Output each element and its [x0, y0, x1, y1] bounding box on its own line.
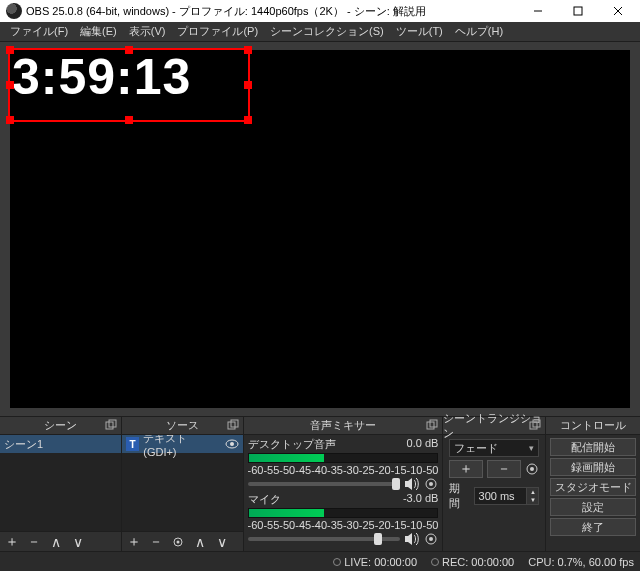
add-scene-button[interactable]: ＋ [2, 533, 22, 551]
studio-mode-button[interactable]: スタジオモード [550, 478, 636, 496]
minimize-button[interactable] [518, 0, 558, 22]
resize-handle[interactable] [125, 46, 133, 54]
live-dot-icon [333, 558, 341, 566]
duration-spinner[interactable]: 300 ms ▲▼ [474, 487, 540, 505]
popout-icon[interactable] [529, 419, 543, 433]
controls-panel: コントロール 配信開始 録画開始 スタジオモード 設定 終了 [546, 417, 640, 551]
maximize-button[interactable] [558, 0, 598, 22]
scene-label: シーン1 [4, 437, 43, 452]
popout-icon[interactable] [105, 419, 119, 433]
svg-point-11 [176, 540, 179, 543]
duration-label: 期間 [449, 481, 469, 511]
preview-area[interactable]: 3:59:13 [0, 42, 640, 416]
source-label: テキスト (GDI+) [143, 435, 220, 458]
volume-slider[interactable] [248, 537, 401, 541]
channel-db: -3.0 dB [403, 492, 438, 507]
svg-point-15 [429, 482, 433, 486]
menu-help[interactable]: ヘルプ(H) [449, 22, 509, 41]
transition-settings-icon[interactable] [525, 462, 539, 476]
scene-down-button[interactable]: ∨ [68, 533, 88, 551]
preview-canvas[interactable]: 3:59:13 [10, 50, 630, 408]
spin-up-icon[interactable]: ▲ [526, 488, 538, 496]
channel-settings-icon[interactable] [424, 532, 438, 546]
remove-transition-button[interactable]: － [487, 460, 521, 478]
meter-scale: -60-55-50-45-40-35-30-25-20-15-10-50 [248, 519, 439, 531]
volume-meter [248, 508, 439, 518]
slider-knob[interactable] [374, 533, 382, 545]
selected-source-box[interactable]: 3:59:13 [8, 48, 250, 122]
scenes-panel: シーン シーン1 ＋ － ∧ ∨ [0, 417, 122, 551]
remove-source-button[interactable]: － [146, 533, 166, 551]
scenes-title: シーン [44, 418, 77, 433]
timer-text-source[interactable]: 3:59:13 [10, 50, 248, 104]
mixer-channel: マイク-3.0 dB -60-55-50-45-40-35-30-25-20-1… [248, 492, 439, 546]
speaker-icon[interactable] [404, 477, 420, 491]
sources-panel: ソース T テキスト (GDI+) ＋ － ∧ ∨ [122, 417, 244, 551]
resize-handle[interactable] [6, 46, 14, 54]
channel-settings-icon[interactable] [424, 477, 438, 491]
svg-point-21 [530, 467, 534, 471]
window-title: OBS 25.0.8 (64-bit, windows) - プロファイル: 1… [26, 4, 518, 19]
volume-slider[interactable] [248, 482, 401, 486]
source-item[interactable]: T テキスト (GDI+) [122, 435, 243, 453]
window-titlebar: OBS 25.0.8 (64-bit, windows) - プロファイル: 1… [0, 0, 640, 22]
slider-knob[interactable] [392, 478, 400, 490]
close-button[interactable] [598, 0, 638, 22]
cpu-status: CPU: 0.7%, 60.00 fps [528, 556, 634, 568]
menu-bar: ファイル(F) 編集(E) 表示(V) プロファイル(P) シーンコレクション(… [0, 22, 640, 42]
text-source-icon: T [126, 437, 139, 451]
popout-icon[interactable] [227, 419, 241, 433]
controls-title: コントロール [560, 418, 626, 433]
resize-handle[interactable] [244, 81, 252, 89]
start-recording-button[interactable]: 録画開始 [550, 458, 636, 476]
meter-scale: -60-55-50-45-40-35-30-25-20-15-10-50 [248, 464, 439, 476]
resize-handle[interactable] [244, 46, 252, 54]
menu-edit[interactable]: 編集(E) [74, 22, 123, 41]
resize-handle[interactable] [6, 81, 14, 89]
spin-down-icon[interactable]: ▼ [526, 496, 538, 504]
transitions-panel: シーントランジション フェード ＋ － 期間 300 ms ▲▼ [443, 417, 546, 551]
channel-name: デスクトップ音声 [248, 437, 336, 452]
mixer-channel: デスクトップ音声0.0 dB -60-55-50-45-40-35-30-25-… [248, 437, 439, 491]
scene-up-button[interactable]: ∧ [46, 533, 66, 551]
transition-select[interactable]: フェード [449, 439, 539, 457]
channel-name: マイク [248, 492, 281, 507]
scene-item[interactable]: シーン1 [0, 435, 121, 453]
source-down-button[interactable]: ∨ [212, 533, 232, 551]
remove-scene-button[interactable]: － [24, 533, 44, 551]
sources-title: ソース [166, 418, 199, 433]
transition-selected: フェード [454, 441, 498, 456]
resize-handle[interactable] [244, 116, 252, 124]
channel-db: 0.0 dB [407, 437, 439, 452]
svg-point-17 [429, 537, 433, 541]
exit-button[interactable]: 終了 [550, 518, 636, 536]
visibility-toggle-icon[interactable] [225, 437, 239, 451]
obs-app-icon [6, 3, 22, 19]
resize-handle[interactable] [6, 116, 14, 124]
add-transition-button[interactable]: ＋ [449, 460, 483, 478]
menu-scene-collection[interactable]: シーンコレクション(S) [264, 22, 390, 41]
resize-handle[interactable] [125, 116, 133, 124]
speaker-icon[interactable] [404, 532, 420, 546]
svg-point-9 [230, 442, 234, 446]
duration-value: 300 ms [479, 490, 515, 502]
volume-meter [248, 453, 439, 463]
menu-tools[interactable]: ツール(T) [390, 22, 449, 41]
start-streaming-button[interactable]: 配信開始 [550, 438, 636, 456]
rec-status: REC: 00:00:00 [431, 556, 514, 568]
rec-dot-icon [431, 558, 439, 566]
live-status: LIVE: 00:00:00 [333, 556, 417, 568]
svg-rect-1 [574, 7, 582, 15]
mixer-title: 音声ミキサー [310, 418, 376, 433]
audio-mixer-panel: 音声ミキサー デスクトップ音声0.0 dB -60-55-50-45-40-35… [244, 417, 444, 551]
source-up-button[interactable]: ∧ [190, 533, 210, 551]
menu-profile[interactable]: プロファイル(P) [171, 22, 264, 41]
add-source-button[interactable]: ＋ [124, 533, 144, 551]
source-settings-button[interactable] [168, 533, 188, 551]
settings-button[interactable]: 設定 [550, 498, 636, 516]
menu-file[interactable]: ファイル(F) [4, 22, 74, 41]
menu-view[interactable]: 表示(V) [123, 22, 172, 41]
popout-icon[interactable] [426, 419, 440, 433]
status-bar: LIVE: 00:00:00 REC: 00:00:00 CPU: 0.7%, … [0, 551, 640, 571]
